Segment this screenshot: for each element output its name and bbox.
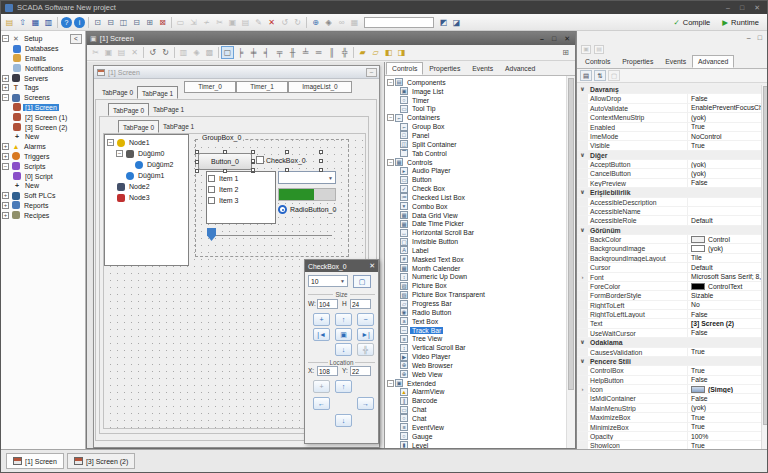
- checkbox-control[interactable]: CheckBox_0: [256, 156, 306, 164]
- property-value[interactable]: (Simge): [688, 385, 761, 393]
- selection-handle[interactable]: [251, 168, 255, 172]
- sort-alphabetical-icon[interactable]: ⇅: [594, 70, 606, 81]
- sidebar-item-alarms[interactable]: +▲Alarms: [1, 142, 85, 152]
- grow-icon[interactable]: +: [313, 313, 330, 326]
- toolbox-item-level[interactable]: ▮Level: [385, 441, 575, 448]
- toolbox-item-check-box[interactable]: ✓Check Box: [385, 184, 575, 193]
- checked-list-item[interactable]: Item 1: [208, 173, 274, 184]
- selection-handle[interactable]: [251, 159, 255, 163]
- document-tab-1-screen[interactable]: [1] Screen: [6, 453, 64, 469]
- tab-tabpage-1-level2[interactable]: TabPage 1: [159, 120, 198, 133]
- save-icon[interactable]: ▦: [29, 16, 42, 29]
- toolbox-item-text-box[interactable]: aText Box: [385, 317, 575, 326]
- toolbox-item-button[interactable]: ▭Button: [385, 175, 575, 184]
- property-value[interactable]: No: [688, 301, 761, 309]
- property-value[interactable]: [688, 207, 761, 215]
- info-icon[interactable]: i: [74, 17, 85, 28]
- categorize-icon[interactable]: ▤: [580, 70, 592, 81]
- delete-icon[interactable]: ✕: [265, 16, 278, 29]
- properties-tab-events[interactable]: Events: [659, 55, 692, 68]
- property-value[interactable]: (yok): [688, 169, 761, 177]
- same-size-icon[interactable]: ╬: [338, 46, 351, 59]
- properties-tab-properties[interactable]: Properties: [616, 55, 659, 68]
- property-row-enabled[interactable]: EnabledTrue: [577, 123, 761, 132]
- property-row-keypreview[interactable]: KeyPreviewFalse: [577, 179, 761, 188]
- toolbox-tab-controls[interactable]: Controls: [386, 62, 423, 75]
- snapshot-icon[interactable]: ◩: [437, 16, 450, 29]
- tray-item-timer-0[interactable]: Timer_0: [184, 81, 236, 93]
- layout-horizontal-icon[interactable]: ⊟: [104, 16, 117, 29]
- property-row-cancelbutton[interactable]: CancelButton(yok): [577, 169, 761, 178]
- property-row-causesvalidation[interactable]: CausesValidationTrue: [577, 348, 761, 357]
- toolbox-item-data-grid-view[interactable]: ▦Data Grid View: [385, 211, 575, 220]
- send-to-back-icon[interactable]: ▱: [369, 46, 382, 59]
- align-lefts-icon[interactable]: ╞: [234, 46, 247, 59]
- toolbox-item-track-bar[interactable]: ─Track Bar: [385, 326, 575, 335]
- property-value[interactable]: True: [688, 441, 761, 449]
- property-value[interactable]: False: [688, 179, 761, 187]
- selection-handle[interactable]: [195, 160, 199, 164]
- layout-grid-icon[interactable]: ⊞: [143, 16, 156, 29]
- toolbox-item-video-player[interactable]: ▶Video Player: [385, 352, 575, 361]
- selection-handle[interactable]: [285, 150, 289, 154]
- collapse-icon[interactable]: −: [2, 163, 9, 170]
- tab-tabpage-0-level1[interactable]: TabPage 0: [108, 103, 149, 116]
- sidebar-item-scripts[interactable]: −Scripts: [1, 161, 85, 171]
- properties-tab-controls[interactable]: Controls: [579, 55, 616, 68]
- selection-handle[interactable]: [251, 150, 255, 154]
- category-collapse-icon[interactable]: ∨: [577, 357, 588, 365]
- property-category-odaklama[interactable]: ∨Odaklama: [577, 338, 761, 347]
- collapse-icon[interactable]: −: [2, 94, 9, 101]
- treeview-node-d-m0[interactable]: −Düğüm0: [105, 148, 188, 159]
- expand-right-icon[interactable]: ►|: [357, 328, 374, 341]
- tab-tabpage-0-level2[interactable]: TabPage 0: [118, 120, 159, 133]
- property-row-font[interactable]: ›FontMicrosoft Sans Serif; 8,25pt: [577, 273, 761, 282]
- property-value[interactable]: 100%: [688, 432, 761, 440]
- toolbox-group-containers[interactable]: −⌐Containers: [385, 113, 575, 122]
- selection-handle[interactable]: [319, 168, 323, 172]
- compile-button[interactable]: ✓ Compile: [673, 18, 710, 27]
- property-value[interactable]: False: [688, 376, 761, 384]
- property-row-minimizebox[interactable]: MinimizeBoxTrue: [577, 423, 761, 432]
- treeview-node-d-m2[interactable]: Düğüm2: [105, 159, 188, 170]
- toolbox-item-picture-box[interactable]: ▨Picture Box: [385, 281, 575, 290]
- sidebar-item-tags[interactable]: +TTags: [1, 83, 85, 93]
- property-value[interactable]: Tile: [688, 254, 761, 262]
- tab-tabpage-1-level1[interactable]: TabPage 1: [149, 103, 188, 116]
- property-row-allowdrop[interactable]: AllowDropFalse: [577, 94, 761, 103]
- toolbox-item-group-box[interactable]: ⌐Group Box: [385, 122, 575, 131]
- property-value[interactable]: True: [688, 423, 761, 431]
- layout-tabbed-icon[interactable]: ⊡: [91, 16, 104, 29]
- property-row-autovalidate[interactable]: AutoValidateEnablePreventFocusChange: [577, 104, 761, 113]
- property-category-davran[interactable]: ∨Davranış: [577, 85, 761, 94]
- selection-handle[interactable]: [319, 150, 323, 154]
- property-row-usewaitcursor[interactable]: UseWaitCursorFalse: [577, 329, 761, 338]
- property-category-di-er[interactable]: ∨Diğer: [577, 151, 761, 160]
- expand-top-icon[interactable]: ↑: [335, 313, 352, 326]
- toolbox-item-checked-list-box[interactable]: ≔Checked List Box: [385, 193, 575, 202]
- sidebar-item-3-screen-2[interactable]: [3] Screen (2): [1, 122, 85, 132]
- sidebar-item-emails[interactable]: Emails: [1, 54, 85, 64]
- category-collapse-icon[interactable]: ∨: [577, 338, 588, 346]
- x-field[interactable]: [317, 366, 338, 376]
- collapse-icon[interactable]: −: [387, 380, 394, 387]
- property-value[interactable]: Sizable: [688, 291, 761, 299]
- property-row-text[interactable]: Text[3] Screen (2): [577, 319, 761, 328]
- designer-maximize-icon[interactable]: □: [552, 35, 556, 43]
- toolbox-item-gauge[interactable]: ○Gauge: [385, 432, 575, 441]
- selection-handle[interactable]: [195, 150, 199, 154]
- property-row-contextmenustrip[interactable]: ContextMenuStrip(yok): [577, 113, 761, 122]
- category-collapse-icon[interactable]: ∨: [577, 188, 588, 196]
- property-value[interactable]: Microsoft Sans Serif; 8,25pt: [688, 273, 761, 281]
- property-row-accessiblerole[interactable]: AccessibleRoleDefault: [577, 216, 761, 225]
- toolbox-item-invisible-button[interactable]: ▢Invisible Button: [385, 237, 575, 246]
- sidebar-item-notifications[interactable]: Notifications: [1, 63, 85, 73]
- collapse-icon[interactable]: −: [2, 35, 9, 42]
- property-row-accessibledescription[interactable]: AccessibleDescription: [577, 198, 761, 207]
- toolbox-item-label[interactable]: ALabel: [385, 246, 575, 255]
- property-value[interactable]: ControlText: [688, 282, 761, 290]
- align-centers-icon[interactable]: ╪: [247, 46, 260, 59]
- collapse-icon[interactable]: −: [387, 114, 394, 121]
- layout-split-icon[interactable]: ⊟: [130, 16, 143, 29]
- minimize-icon[interactable]: –: [726, 1, 730, 14]
